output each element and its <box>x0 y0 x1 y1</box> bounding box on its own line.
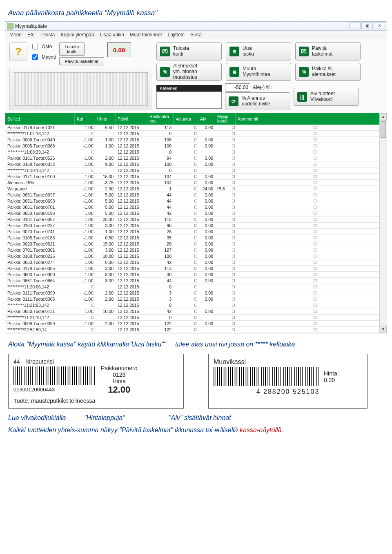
osto-checkbox[interactable]: Osto <box>31 42 56 51</box>
table-row[interactable]: Paikka: 0178,Tuote:1021-1.006.5012.12.20… <box>5 125 379 131</box>
help-button[interactable]: ? <box>9 42 27 60</box>
minimize-button[interactable]: — <box>349 22 361 29</box>
table-row[interactable]: Paikka: 0650,Tuote:0731-1.0010.0012.12.2… <box>5 308 379 315</box>
table-row[interactable]: **********11:20:06,14212.12.20150 <box>5 284 379 290</box>
table-row[interactable]: Paikka: 0168,Tuote:0225-1.0010.0012.12.2… <box>5 253 379 259</box>
menu-mene[interactable]: Mene <box>9 32 22 38</box>
table-row[interactable]: Paikka: 0178,Tuote:0385-1.003.0012.12.20… <box>5 266 379 272</box>
table-row[interactable]: Paikka: 0651,Tuote:0701-1.005.0012.12.20… <box>5 204 379 210</box>
restore-button[interactable]: ▣ <box>361 22 373 29</box>
col-0[interactable]: Selite1 <box>5 113 75 125</box>
col-4[interactable]: Reskontra nro. <box>147 113 174 125</box>
row2-btn-0-icon: % <box>160 67 170 77</box>
table-row[interactable]: **********11:08:29,14212.12.20150 <box>5 149 379 155</box>
barcode-price-tag-left: 44 kirpputorisi 01300120000443 Paikkanum… <box>8 354 184 409</box>
table-row[interactable]: Paikka: 0600,Tuote:0000-1.008.0012.12.20… <box>5 272 379 278</box>
table-row[interactable]: Paikka: 0008,Tuote:0099-1.002.0012.12.20… <box>5 321 379 327</box>
row1-btn-2[interactable]: ⌧Päivitä laskelmat <box>295 42 361 60</box>
scroll-up-arrow[interactable]: ▲ <box>380 113 387 121</box>
amount-display: 0.00 <box>107 42 131 57</box>
table-row[interactable]: **********11:21:10,14212.12.20150 <box>5 315 379 321</box>
ale-label: Ale(-) %: <box>253 85 272 90</box>
table-row[interactable]: Paikka: 0650,Tuote:0198-1.005.0012.12.20… <box>5 210 379 217</box>
menubar: MeneEtsiPoistaKopioi ylempääLisää väliin… <box>5 31 387 39</box>
col-7[interactable]: Myyjä koodi <box>215 113 236 125</box>
table-row[interactable]: Paikka: 0105,Tuote:0183-1.000.5012.12.20… <box>5 235 379 241</box>
row1-btn-2-icon: ⌧ <box>299 47 309 56</box>
barcode-price-tag-right: Muovikassi Hinta:0.20 4 288200 525103 <box>208 354 368 409</box>
col-5[interactable]: Valuutta <box>174 113 198 125</box>
close-button[interactable]: ✕ <box>374 22 385 29</box>
cash-register-illustration <box>9 68 152 110</box>
col-2[interactable]: Hinta <box>95 113 116 125</box>
table-row[interactable]: Paikka: 0171,Tuote:0100-1.0015.0012.12.2… <box>5 174 379 180</box>
ale-input[interactable] <box>225 83 250 92</box>
col-8[interactable]: Kommentti <box>236 113 317 125</box>
table-row[interactable]: Paikka: 0020,Tuote:0621-1.0015.0012.12.2… <box>5 241 379 247</box>
kateinen-label: Käteinen <box>156 85 222 92</box>
app-icon <box>7 23 13 29</box>
scroll-down-arrow[interactable]: ▼ <box>380 326 387 333</box>
row1-btn-1-icon: ≣ <box>229 47 239 56</box>
row3-btn-1[interactable]: |||Alv tuotteet Viivakoodi <box>294 88 359 106</box>
menu-lisää väliin[interactable]: Lisää väliin <box>100 32 124 38</box>
window-title: Myymäläpääte <box>15 23 47 29</box>
table-row[interactable]: Paikka: 0161,Tuote:0526-1.002.0012.12.20… <box>5 155 379 161</box>
table-row[interactable]: Alennus -25%-1.00-3.7512.12.20151040.00 <box>5 180 379 186</box>
menu-poista[interactable]: Poista <box>41 32 55 38</box>
table-row[interactable]: Paikka: 0651,Tuote:0864-1.003.0012.12.20… <box>5 278 379 284</box>
scroll-thumb[interactable] <box>381 121 386 138</box>
doc-line1: Lue viivakodilukialla "Hintalappuja" "Al… <box>8 414 384 422</box>
paivita-laskelmat-small[interactable]: Päivitä laskelmat <box>59 57 104 65</box>
row3-btn-0[interactable]: ⟳% Alennus uudelle riville <box>225 92 290 110</box>
transactions-table: Selite1KplHintaPäiväReskontra nro.Valuut… <box>5 113 379 333</box>
doc-intro: Avaa päävalikosta painikkeella "Myymälä … <box>8 9 384 17</box>
help-icon: ? <box>15 45 22 58</box>
menu-etsi[interactable]: Etsi <box>27 32 36 38</box>
col-3[interactable]: Päivä <box>116 113 147 125</box>
table-row[interactable]: **********11:04:18,14212.12.20150 <box>5 131 379 137</box>
table-row[interactable]: Paikka: 0163,Tuote:0237-1.003.0012.12.20… <box>5 223 379 229</box>
row3-btn-0-icon: ⟳ <box>229 96 238 106</box>
table-row[interactable]: **********11:21:03,14212.12.20150 <box>5 302 379 308</box>
col-1[interactable]: Kpl <box>75 113 95 125</box>
table-row[interactable]: Paikka: 0111,Tuote:0365-1.002.0012.12.20… <box>5 296 379 302</box>
table-row[interactable]: Paikka: 0168,Tuote:0032-1.009.0012.12.20… <box>5 161 379 168</box>
table-row[interactable]: Paikka: 0650,Tuote:0274-1.008.0012.12.20… <box>5 259 379 266</box>
table-row[interactable]: Paikka: 0181,Tuote:0067-1.0025.0012.12.2… <box>5 217 379 223</box>
col-6[interactable]: Alv <box>198 113 215 125</box>
table-row[interactable]: **********22:52:50,1412.12.2015122 <box>5 327 379 333</box>
menu-kopioi ylempää[interactable]: Kopioi ylempää <box>60 32 94 38</box>
doc-mid: Aloita "Myymälä kassa" käyttö klikkamall… <box>8 341 384 348</box>
vertical-scrollbar[interactable]: ▲ ▼ <box>379 113 387 333</box>
titlebar: Myymäläpääte — ▣ ✕ <box>5 22 387 31</box>
table-row[interactable]: Paikka: 0111,Tuote:0399-1.002.0012.12.20… <box>5 290 379 296</box>
table-row[interactable]: **********11:10:13,14212.12.20150 <box>5 168 379 174</box>
table-row[interactable]: Paikka: 0020,Tuote:0741-1.001.0012.12.20… <box>5 229 379 235</box>
myynti-checkbox[interactable]: Myynti <box>31 53 56 61</box>
table-row[interactable]: Paikka: 0651,Tuote:0698-1.005.0012.12.20… <box>5 198 379 204</box>
row2-btn-1[interactable]: ≣Muuta Myyntihintaa <box>226 63 291 81</box>
kateinen-box[interactable] <box>156 92 222 109</box>
row3-btn-1-icon: ||| <box>297 92 307 102</box>
table-row[interactable]: Paikka: 0701,Tuote:0001-1.003.0012.12.20… <box>5 247 379 253</box>
menu-muut toiminnot[interactable]: Muut toiminnot <box>130 32 162 38</box>
app-window: Myymäläpääte — ▣ ✕ MeneEtsiPoistaKopioi … <box>5 21 387 333</box>
row2-btn-2[interactable]: %Paikka % alennukset <box>295 63 361 81</box>
row2-btn-1-icon: ≣ <box>229 67 239 77</box>
row2-btn-2-icon: % <box>299 67 309 77</box>
barcode-icon <box>214 367 320 386</box>
menu-lajittele[interactable]: Lajittele <box>168 32 185 38</box>
row1-btn-0-icon: ⌧ <box>160 47 170 56</box>
barcode-icon <box>13 366 95 385</box>
table-row[interactable]: Paikka: 0651,Tuote:0697-1.005.0012.12.20… <box>5 192 379 198</box>
table-row[interactable]: Paikka: 0006,Tuote:0083-1.001.0012.12.20… <box>5 143 379 149</box>
row1-btn-1[interactable]: ≣Uusi lasku <box>226 42 291 60</box>
menu-siirrä[interactable]: Siirrä <box>190 32 202 38</box>
table-row[interactable]: Wc paperi-1.002.9012.12.2015124.00PL3 <box>5 186 379 192</box>
row2-btn-0[interactable]: %Alennukset ym. hinnan muodostus <box>156 63 222 81</box>
doc-line2: Kaikki tuotteiden yhteis-summa näkyy "Pä… <box>8 427 384 434</box>
table-row[interactable]: Paikka: 0006,Tuote:0040-1.001.0012.12.20… <box>5 137 379 143</box>
tulosta-kuitti-small[interactable]: Tulosta kuitti <box>59 42 85 56</box>
row1-btn-0[interactable]: ⌧Tulosta kuitti <box>156 42 222 60</box>
